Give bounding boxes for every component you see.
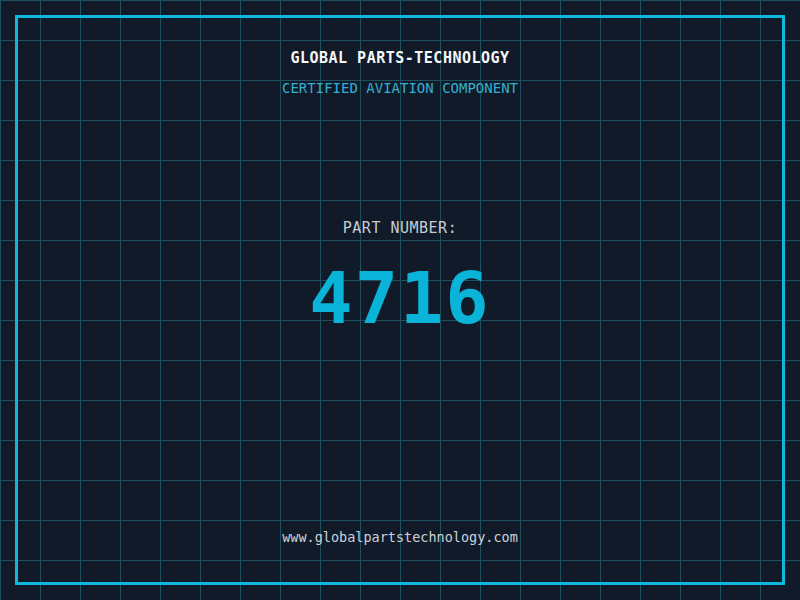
footer-url: www.globalpartstechnology.com — [0, 529, 800, 545]
page-subtitle: CERTIFIED AVIATION COMPONENT — [0, 80, 800, 96]
page-title: GLOBAL PARTS-TECHNOLOGY — [0, 49, 800, 67]
part-number-label: PART NUMBER: — [0, 219, 800, 237]
part-number-value: 4716 — [0, 256, 800, 340]
blueprint-label-page: GLOBAL PARTS-TECHNOLOGY CERTIFIED AVIATI… — [0, 0, 800, 600]
